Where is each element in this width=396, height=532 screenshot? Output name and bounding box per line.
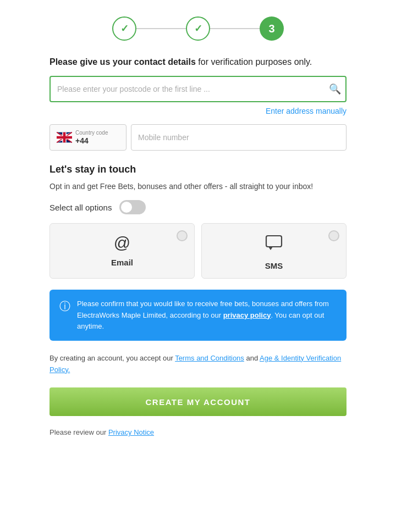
privacy-policy-link[interactable]: privacy policy [223,311,271,319]
privacy-notice-link[interactable]: Privacy Notice [108,428,154,436]
country-label: Country code +44 [75,130,108,146]
postcode-wrapper: 🔍 [50,76,346,102]
terms-conditions-link[interactable]: Terms and Conditions [175,354,244,362]
create-account-button[interactable]: CREATE MY ACCOUNT [50,387,346,416]
stepper: ✓ ✓ 3 [50,16,346,41]
info-icon: ⓘ [59,299,70,331]
step-2: ✓ [186,16,210,41]
stay-touch-description: Opt in and get Free Bets, bonuses and ot… [50,181,346,192]
sms-option-card[interactable]: SMS [201,223,346,279]
contact-details-heading: Please give us your contact details for … [50,56,346,68]
email-icon: @ [114,234,130,252]
search-button[interactable]: 🔍 [329,83,341,95]
uk-flag-icon [57,132,72,143]
svg-rect-12 [266,236,282,247]
step-1: ✓ [112,16,136,41]
sms-label: SMS [265,261,283,270]
country-code-box[interactable]: Country code +44 [50,124,127,151]
select-all-label: Select all options [50,203,112,212]
info-box: ⓘ Please confirm that you would like to … [50,290,346,340]
step-line-2 [210,28,260,29]
mobile-number-input[interactable] [131,124,346,151]
privacy-notice: Please review our Privacy Notice [50,428,346,436]
stay-touch-heading: Let's stay in touch [50,164,346,175]
step-3: 3 [260,16,284,41]
toggle-slider [119,200,146,214]
svg-marker-13 [268,247,273,250]
step-line-1 [136,28,186,29]
info-text: Please confirm that you would like to re… [77,298,337,331]
email-label: Email [111,258,133,267]
enter-address-manually-link[interactable]: Enter address manually [50,107,346,115]
email-radio[interactable] [177,230,188,241]
select-all-toggle[interactable] [119,200,146,214]
terms-text: By creating an account, you accept our T… [50,353,346,376]
postcode-input[interactable] [50,76,346,102]
phone-row: Country code +44 [50,124,346,151]
email-option-card[interactable]: @ Email [50,223,195,279]
sms-radio[interactable] [328,230,339,241]
select-all-row: Select all options [50,200,346,214]
options-row: @ Email SMS [50,223,346,279]
sms-icon [265,234,283,256]
search-icon: 🔍 [329,84,341,95]
svg-rect-11 [57,136,72,139]
